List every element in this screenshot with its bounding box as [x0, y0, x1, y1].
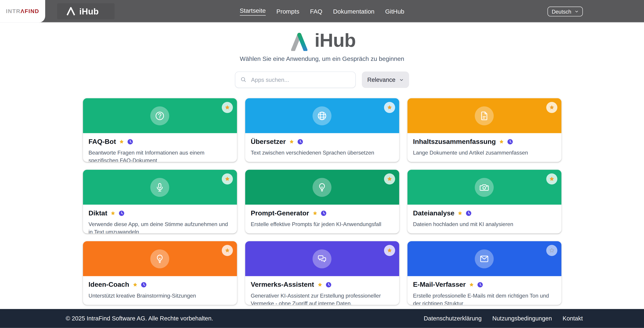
favorite-star-icon — [499, 139, 504, 144]
sort-select[interactable]: Relevance — [362, 72, 409, 88]
star-icon — [548, 176, 555, 182]
favorite-star-button[interactable] — [384, 245, 395, 256]
app-icon-circle — [150, 178, 169, 197]
star-icon — [548, 104, 555, 111]
clock-badge-icon — [477, 282, 483, 287]
app-grid: FAQ-Bot Beantworte Fragen mit Informatio… — [83, 98, 561, 305]
toolbar: Relevance — [0, 72, 644, 88]
app-icon — [154, 253, 165, 264]
footer-links: Datenschutzerklärung Nutzungsbedingungen… — [424, 315, 583, 322]
star-icon — [224, 176, 230, 182]
favorite-star-button[interactable] — [384, 102, 395, 113]
favorite-star-button[interactable] — [546, 173, 557, 185]
ihub-brand-name: iHub — [79, 6, 99, 16]
favorite-star-icon — [468, 282, 474, 287]
clock-badge-icon — [326, 282, 331, 287]
footer-link-kontakt[interactable]: Kontakt — [562, 315, 583, 322]
app-card-body: Vermerks-Assistent Generativer KI-Assist… — [245, 276, 399, 305]
app-icon-circle — [475, 106, 494, 125]
app-card-header — [245, 241, 399, 276]
app-card-header — [83, 241, 237, 276]
app-card[interactable]: Übersetzer Text zwischen verschiedenen S… — [245, 98, 399, 162]
app-card-body: FAQ-Bot Beantworte Fragen mit Informatio… — [83, 133, 237, 162]
app-card-header — [83, 170, 237, 205]
app-title: Ideen-Coach — [88, 281, 129, 288]
app-title: Vermerks-Assistent — [251, 281, 314, 288]
footer-link-datenschutz[interactable]: Datenschutzerklärung — [424, 315, 482, 322]
intrafind-logo[interactable]: INTRΛFIND — [0, 0, 45, 23]
favorite-star-button[interactable] — [546, 102, 557, 113]
app-icon-circle — [150, 249, 169, 268]
app-card[interactable]: Diktat Verwende diese App, um deine Stim… — [83, 170, 237, 233]
app-icon — [154, 182, 165, 193]
app-title: Dateianalyse — [413, 209, 454, 217]
app-card-header — [83, 98, 237, 133]
app-description: Lange Dokumente und Artikel zusammenfass… — [413, 149, 555, 157]
app-icon — [317, 253, 327, 264]
app-card[interactable]: E-Mail-Verfasser Erstelle professionelle… — [407, 241, 561, 305]
nav-item-prompts[interactable]: Prompts — [276, 8, 300, 15]
app-title: E-Mail-Verfasser — [413, 281, 466, 288]
app-description: Generativer KI-Assistent zur Erstellung … — [251, 292, 393, 305]
favorite-star-icon — [312, 210, 318, 216]
app-title: Inhaltszusammenfassung — [413, 138, 496, 145]
clock-badge-icon — [119, 210, 124, 216]
app-card-header — [407, 98, 561, 133]
star-icon — [224, 247, 230, 253]
clock-badge-icon — [466, 210, 472, 216]
app-card[interactable]: Inhaltszusammenfassung Lange Dokumente u… — [407, 98, 561, 162]
favorite-star-button[interactable] — [222, 102, 233, 113]
app-title: Prompt-Generator — [251, 209, 309, 217]
app-description: Beantworte Fragen mit Informationen aus … — [88, 149, 231, 162]
app-card[interactable]: Vermerks-Assistent Generativer KI-Assist… — [245, 241, 399, 305]
ihub-lambda-icon — [66, 7, 76, 16]
app-icon — [479, 253, 490, 264]
favorite-star-icon — [119, 139, 124, 144]
clock-badge-icon — [508, 139, 513, 144]
star-icon — [386, 176, 392, 182]
nav-item-dokumentation[interactable]: Dokumentation — [333, 8, 374, 15]
nav-item-startseite[interactable]: Startseite — [240, 7, 266, 16]
hero-logo: iHub — [0, 29, 644, 51]
ihub-header-brand[interactable]: iHub — [66, 0, 99, 23]
app-card[interactable]: Ideen-Coach Unterstützt kreative Brainst… — [83, 241, 237, 305]
star-icon — [548, 247, 555, 253]
chevron-down-icon — [399, 78, 404, 82]
chevron-down-icon — [574, 10, 579, 14]
nav-item-github[interactable]: GitHub — [385, 8, 404, 15]
intrafind-logo-text: INTRΛFIND — [6, 8, 39, 15]
app-card[interactable]: FAQ-Bot Beantworte Fragen mit Informatio… — [83, 98, 237, 162]
clock-badge-icon — [141, 282, 146, 287]
hero-section: iHub Wählen Sie eine Anwendung, um ein G… — [0, 29, 644, 62]
nav-item-faq[interactable]: FAQ — [310, 8, 322, 15]
favorite-star-button[interactable] — [222, 173, 233, 185]
clock-badge-icon — [321, 210, 326, 216]
favorite-star-button[interactable] — [384, 173, 395, 185]
app-icon-circle — [150, 106, 169, 125]
app-card-header — [245, 170, 399, 205]
favorite-star-icon — [457, 210, 463, 216]
app-icon-circle — [475, 178, 494, 197]
sort-value: Relevance — [367, 77, 395, 83]
language-select[interactable]: Deutsch — [548, 7, 583, 16]
clock-badge-icon — [128, 139, 133, 144]
search-icon — [240, 77, 246, 83]
favorite-star-button[interactable] — [222, 245, 233, 256]
app-title: Übersetzer — [251, 138, 286, 145]
favorite-star-button[interactable] — [546, 245, 557, 256]
favorite-star-icon — [289, 139, 294, 144]
app-description: Unterstützt kreative Brainstorming-Sitzu… — [88, 292, 231, 300]
app-card[interactable]: Dateianalyse Dateien hochladen und mit K… — [407, 170, 561, 233]
footer-link-nutzungsbedingungen[interactable]: Nutzungsbedingungen — [492, 315, 552, 322]
app-icon — [154, 110, 165, 121]
app-title: Diktat — [88, 209, 108, 217]
app-icon-circle — [312, 106, 332, 125]
app-card-header — [245, 98, 399, 133]
app-card[interactable]: Prompt-Generator Erstelle effektive Prom… — [245, 170, 399, 233]
search-input[interactable] — [235, 72, 356, 88]
app-icon — [479, 182, 490, 193]
copyright-text: © 2025 IntraFind Software AG. Alle Recht… — [66, 315, 213, 322]
app-description: Erstelle effektive Prompts für jeden KI-… — [251, 220, 393, 228]
app-card-body: Prompt-Generator Erstelle effektive Prom… — [245, 205, 399, 228]
app-card-header — [407, 170, 561, 205]
